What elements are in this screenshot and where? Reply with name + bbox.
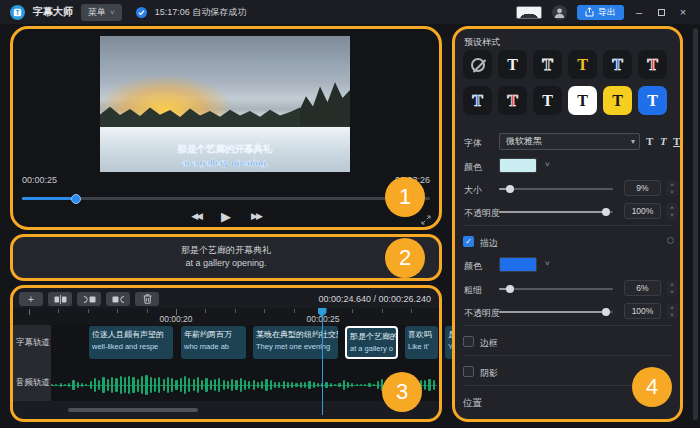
subtitle-clip-1[interactable]: 位迷人且颇有声望的well-liked and respe [89, 326, 173, 359]
subtitle-clip-5[interactable]: 喜欢吗Like it' [405, 326, 438, 359]
waveform-bar [81, 383, 83, 386]
waveform-bar [295, 383, 297, 387]
seek-bar-fill [22, 197, 75, 200]
text-opacity-slider-handle[interactable] [602, 208, 610, 216]
divider [463, 355, 672, 356]
stroke-color-caret-icon[interactable] [545, 259, 550, 268]
caption-line1[interactable]: 那是个艺廊的开幕典礼 [13, 244, 439, 257]
preset-style-1[interactable] [463, 50, 492, 79]
preset-style-8[interactable]: T [498, 86, 527, 115]
waveform-bar [184, 376, 186, 393]
fullscreen-button[interactable] [421, 211, 431, 229]
close-button[interactable]: × [676, 6, 690, 18]
preset-style-6[interactable]: T [638, 50, 667, 79]
preset-T-glyph: T [647, 57, 658, 73]
waveform-bar [132, 377, 134, 393]
stroke-opacity-value[interactable]: 100% [624, 303, 661, 319]
stroke-weight-slider[interactable] [499, 288, 613, 290]
stroke-color-swatch[interactable] [499, 257, 537, 272]
preset-style-4[interactable]: T [568, 50, 597, 79]
waveform-bar [102, 377, 104, 393]
clip-line2: Like it' [408, 341, 435, 353]
border-checkbox[interactable] [463, 336, 474, 347]
rewind-button[interactable]: ◀◀ [191, 211, 201, 221]
text-opacity-slider[interactable] [499, 211, 613, 213]
preset-style-2[interactable]: T [498, 50, 527, 79]
waveform-bar [308, 381, 310, 389]
caption-editor-panel[interactable]: 那是个艺廊的开幕典礼 at a gallery opening. 2 [10, 234, 442, 281]
size-label: 大小 [464, 184, 482, 197]
play-button[interactable]: ▶ [221, 209, 231, 224]
merge-previous-button[interactable] [77, 292, 101, 306]
forward-button[interactable]: ▶▶ [251, 211, 261, 221]
preset-T-glyph: T [647, 93, 658, 109]
minimize-button[interactable]: – [632, 6, 646, 18]
preset-style-12[interactable]: T [638, 86, 667, 115]
subtitle-clip-4[interactable]: 那是个艺廊的at a gallery o [345, 326, 398, 359]
audio-track-label: 音频轨道 [16, 377, 50, 389]
panel-scrollbar[interactable] [693, 28, 698, 420]
preset-T-glyph: T [577, 57, 588, 73]
playback-controls: ◀◀ ▶ ▶▶ [13, 205, 439, 227]
preset-styles-title: 预设样式 [464, 36, 500, 49]
waveform-bar [163, 379, 165, 391]
subtitle-clip-2[interactable]: 年薪约两百万who made ab [181, 326, 246, 359]
caption-line2[interactable]: at a gallery opening. [13, 258, 439, 268]
preset-style-7[interactable]: T [463, 86, 492, 115]
size-slider-handle[interactable] [506, 185, 514, 193]
stroke-weight-slider-handle[interactable] [506, 285, 514, 293]
underline-button[interactable]: T [673, 135, 680, 147]
size-value[interactable]: 9% [624, 180, 661, 196]
merge-next-button[interactable] [106, 292, 130, 306]
stroke-checkbox[interactable]: ✓ [463, 236, 474, 247]
audio-waveform[interactable] [51, 367, 437, 403]
stroke-opacity-stepper[interactable] [666, 303, 678, 319]
waveform-bar [120, 376, 122, 394]
stroke-weight-stepper[interactable] [666, 280, 678, 296]
stroke-opacity-slider[interactable] [499, 311, 613, 313]
font-family-select[interactable]: 微软雅黑 [499, 133, 640, 150]
preset-style-11[interactable]: T [603, 86, 632, 115]
timeline-hscrollbar[interactable] [68, 408, 198, 412]
maximize-button[interactable] [654, 6, 668, 18]
export-button[interactable]: 导出 [577, 5, 624, 20]
text-opacity-stepper[interactable] [666, 203, 678, 219]
preset-style-5[interactable]: T [603, 50, 632, 79]
waveform-bar [244, 380, 246, 391]
delete-subtitle-button[interactable] [135, 292, 159, 306]
text-color-swatch[interactable] [499, 158, 537, 173]
stroke-weight-value[interactable]: 6% [624, 280, 661, 296]
video-mini-thumbnail[interactable] [516, 6, 542, 19]
italic-button[interactable]: T [660, 135, 667, 147]
seek-bar-handle[interactable] [71, 194, 81, 204]
waveform-bar [347, 382, 349, 389]
shadow-checkbox[interactable] [463, 366, 474, 377]
preset-style-9[interactable]: T [533, 86, 562, 115]
stroke-opacity-slider-handle[interactable] [602, 308, 610, 316]
ruler-tick [235, 309, 236, 313]
autosave-status: 15:17:06 自动保存成功 [155, 6, 247, 19]
video-frame[interactable]: 那是个艺廊的开幕典礼 at a gallery opening. [100, 36, 350, 172]
waveform-bar [227, 381, 229, 389]
size-slider[interactable] [499, 188, 613, 190]
text-opacity-value[interactable]: 100% [624, 203, 661, 219]
stroke-reset-icon[interactable] [667, 237, 674, 244]
waveform-bar [193, 379, 195, 391]
add-subtitle-button[interactable]: + [19, 292, 43, 306]
text-color-caret-icon[interactable] [545, 160, 550, 169]
waveform-bar [124, 377, 126, 392]
subtitle-track-label: 字幕轨道 [16, 337, 50, 349]
bold-button[interactable]: T [646, 135, 653, 147]
ruler-tick [264, 309, 265, 313]
timeline-ruler[interactable]: 00:00:2000:00:25 [13, 308, 439, 325]
user-avatar[interactable] [552, 5, 567, 20]
preset-style-3[interactable]: T [533, 50, 562, 79]
preset-style-10[interactable]: T [568, 86, 597, 115]
preset-grid: TTTTTTTTTTT [463, 50, 667, 115]
seek-bar[interactable] [22, 197, 430, 200]
size-stepper[interactable] [666, 180, 678, 196]
menu-button[interactable]: 菜单 [81, 4, 122, 21]
waveform-bar [111, 377, 113, 394]
split-clip-button[interactable] [48, 292, 72, 306]
subtitle-clip-3[interactable]: 某晚在典型的纽约社交聚They met one evening [253, 326, 338, 359]
